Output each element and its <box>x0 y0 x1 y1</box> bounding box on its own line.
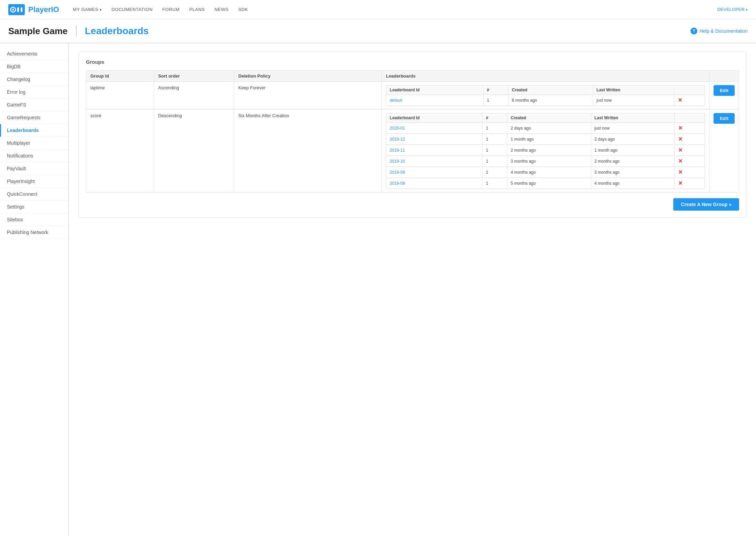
leaderboard-created-cell: 6 months ago <box>508 95 593 106</box>
leaderboard-id-cell[interactable]: 2019-10 <box>386 156 483 167</box>
sidebar-item-publishing-network[interactable]: Publishing Network <box>0 226 68 239</box>
help-link[interactable]: ? Help & Documentation <box>690 28 748 34</box>
leaderboard-id-link[interactable]: 2019-12 <box>390 137 405 142</box>
lb-col-header: # <box>483 113 507 123</box>
leaderboard-id-link[interactable]: 2020-01 <box>390 126 405 131</box>
page-header: Sample Game Leaderboards ? Help & Docume… <box>0 19 756 43</box>
list-item: 2019-1112 months ago1 month ago✕ <box>386 145 705 156</box>
edit-cell: Edit <box>709 110 739 193</box>
list-item: 2020-0112 days agojust now✕ <box>386 123 705 134</box>
nav-documentation[interactable]: DOCUMENTATION <box>111 7 152 12</box>
list-item: 2019-1013 months ago2 months ago✕ <box>386 156 705 167</box>
sidebar-item-payvault[interactable]: PayVault <box>0 162 68 175</box>
create-btn-row: Create A New Group » <box>86 198 739 211</box>
leaderboard-id-cell[interactable]: 2020-01 <box>386 123 483 134</box>
groups-table: Group Id Sort order Deletion Policy Lead… <box>86 70 739 193</box>
leaderboard-num-cell: 1 <box>483 123 507 134</box>
leaderboard-id-default-link[interactable]: default <box>390 98 402 103</box>
leaderboard-delete-cell[interactable]: ✕ <box>675 145 705 156</box>
nav-forum[interactable]: FORUM <box>162 7 180 12</box>
sidebar-item-gamefs[interactable]: GameFS <box>0 99 68 111</box>
leaderboard-id-cell[interactable]: 2019-12 <box>386 134 483 145</box>
leaderboard-created-cell: 5 months ago <box>507 178 591 189</box>
edit-group-button[interactable]: Edit <box>714 113 735 124</box>
delete-leaderboard-button[interactable]: ✕ <box>678 97 682 103</box>
sidebar-item-bigdb[interactable]: BigDB <box>0 60 68 73</box>
leaderboard-delete-cell[interactable]: ✕ <box>675 178 705 189</box>
leaderboard-id-link[interactable]: 2019-11 <box>390 148 405 153</box>
delete-leaderboard-button[interactable]: ✕ <box>678 125 683 131</box>
leaderboard-delete-cell[interactable]: ✕ <box>674 95 705 106</box>
deletion-policy-cell: Six Months After Creation <box>234 110 382 193</box>
leaderboard-id-cell[interactable]: 2019-11 <box>386 145 483 156</box>
lb-col-header <box>675 113 705 123</box>
leaderboard-num-cell: 1 <box>483 178 507 189</box>
leaderboard-id-cell[interactable]: 2019-08 <box>386 178 483 189</box>
nav-news[interactable]: NEWS <box>215 7 229 12</box>
sort-order-cell: Descending <box>154 110 234 193</box>
leaderboard-delete-cell[interactable]: ✕ <box>675 134 705 145</box>
leaderboard-delete-cell[interactable]: ✕ <box>675 123 705 134</box>
page-title: Leaderboards <box>85 26 690 37</box>
lb-col-header: Last Written <box>593 85 674 95</box>
sidebar-item-multiplayer[interactable]: Multiplayer <box>0 137 68 150</box>
sidebar-item-notifications[interactable]: Notifications <box>0 150 68 162</box>
leaderboard-num-cell: 1 <box>483 95 508 106</box>
edit-group-button[interactable]: Edit <box>714 85 735 96</box>
sidebar: Achievements BigDB Changelog Error log G… <box>0 43 69 536</box>
nav-user-menu[interactable]: DEVELOPER <box>717 7 748 12</box>
lb-col-header: # <box>483 85 508 95</box>
nav-links: MY GAMES DOCUMENTATION FORUM PLANS NEWS … <box>73 7 717 12</box>
leaderboard-created-cell: 1 month ago <box>507 134 591 145</box>
list-item: 2019-0914 months ago3 months ago✕ <box>386 167 705 178</box>
leaderboard-id-cell[interactable]: default <box>386 95 484 106</box>
delete-leaderboard-button[interactable]: ✕ <box>678 158 683 164</box>
sidebar-item-achievements[interactable]: Achievements <box>0 48 68 60</box>
nav-plans[interactable]: PLANS <box>189 7 205 12</box>
sidebar-item-errorlog[interactable]: Error log <box>0 86 68 99</box>
leaderboards-cell: Leaderboard Id#CreatedLast Written2020-0… <box>382 110 709 193</box>
groups-section: Groups Group Id Sort order Deletion Poli… <box>79 52 746 218</box>
leaderboard-id-link[interactable]: 2019-09 <box>390 170 405 175</box>
lb-col-header: Leaderboard Id <box>386 113 483 123</box>
delete-leaderboard-button[interactable]: ✕ <box>678 180 683 186</box>
list-item: default16 months agojust now✕ <box>386 95 705 106</box>
sidebar-item-changelog[interactable]: Changelog <box>0 73 68 86</box>
groups-title: Groups <box>86 59 739 65</box>
lb-col-header: Last Written <box>591 113 675 123</box>
col-deletion-policy: Deletion Policy <box>234 71 382 82</box>
list-item: 2019-0815 months ago4 months ago✕ <box>386 178 705 189</box>
leaderboard-id-cell[interactable]: 2019-09 <box>386 167 483 178</box>
main-content: Groups Group Id Sort order Deletion Poli… <box>69 43 756 536</box>
leaderboard-id-link[interactable]: 2019-10 <box>390 159 405 164</box>
leaderboard-last-written-cell: 2 months ago <box>591 156 675 167</box>
svg-rect-4 <box>21 7 22 12</box>
sidebar-item-sitebox[interactable]: Sitebox <box>0 213 68 226</box>
delete-leaderboard-button[interactable]: ✕ <box>678 169 683 175</box>
group-id-cell: score <box>86 110 154 193</box>
sidebar-item-settings[interactable]: Settings <box>0 201 68 213</box>
col-actions <box>709 71 739 82</box>
sidebar-item-playerinsight[interactable]: PlayerInsight <box>0 175 68 188</box>
lb-col-header: Created <box>507 113 591 123</box>
table-row: scoreDescendingSix Months After Creation… <box>86 110 739 193</box>
leaderboards-cell: Leaderboard Id#CreatedLast Writtendefaul… <box>382 82 709 110</box>
lb-col-header: Leaderboard Id <box>386 85 484 95</box>
leaderboard-delete-cell[interactable]: ✕ <box>675 167 705 178</box>
delete-leaderboard-button[interactable]: ✕ <box>678 147 683 153</box>
logo-icon <box>8 4 25 15</box>
leaderboard-delete-cell[interactable]: ✕ <box>675 156 705 167</box>
sidebar-item-leaderboards[interactable]: Leaderboards <box>0 124 68 137</box>
nav-my-games[interactable]: MY GAMES <box>73 7 102 12</box>
leaderboard-created-cell: 3 months ago <box>507 156 591 167</box>
leaderboard-num-cell: 1 <box>483 145 507 156</box>
logo-area[interactable]: PlayerIO <box>8 4 59 15</box>
leaderboard-table: Leaderboard Id#CreatedLast Written2020-0… <box>386 113 705 189</box>
svg-point-2 <box>12 9 14 10</box>
nav-sdk[interactable]: SDK <box>238 7 248 12</box>
sidebar-item-gamerequests[interactable]: GameRequests <box>0 111 68 124</box>
leaderboard-id-link[interactable]: 2019-08 <box>390 181 405 186</box>
sidebar-item-quickconnect[interactable]: QuickConnect <box>0 188 68 201</box>
create-new-group-button[interactable]: Create A New Group » <box>673 198 739 211</box>
delete-leaderboard-button[interactable]: ✕ <box>678 136 683 142</box>
